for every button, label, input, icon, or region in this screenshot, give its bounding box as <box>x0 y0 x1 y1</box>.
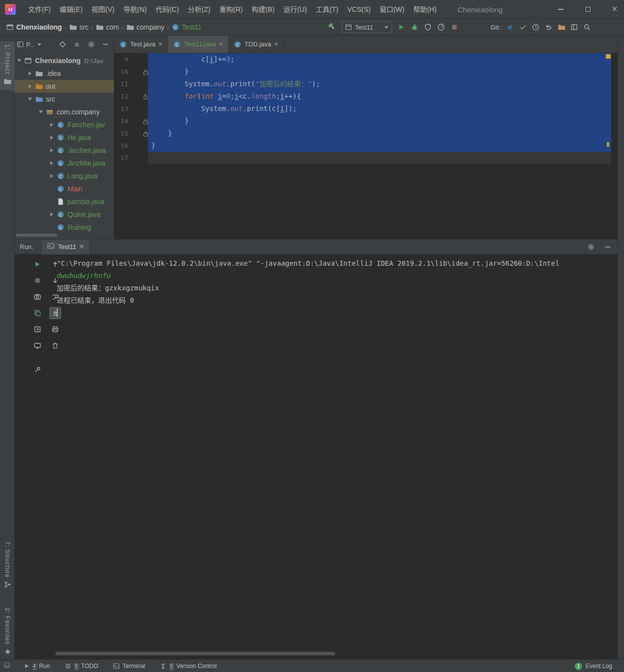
breadcrumb-item-src[interactable]: src <box>69 23 89 31</box>
expand-arrow-icon[interactable] <box>28 84 32 88</box>
tree-item-jinzhita-java[interactable]: CJinzhita.java <box>15 157 114 170</box>
breadcrumb-item-com[interactable]: com <box>96 23 119 31</box>
collapse-all-icon[interactable] <box>73 40 81 48</box>
menu-item[interactable]: 窗口(W) <box>375 0 409 19</box>
tab-close-icon[interactable] <box>158 40 163 48</box>
tree-item-chenxiaolong[interactable]: ChenxiaolongD:\Jav <box>15 54 114 67</box>
code-line-17[interactable]: 17 <box>114 152 618 164</box>
expand-arrow-icon[interactable] <box>50 148 54 152</box>
tree-item-he-java[interactable]: CHe.java <box>15 131 114 144</box>
tree-item-out[interactable]: out <box>15 80 114 93</box>
tab-close-icon[interactable] <box>79 243 84 250</box>
button-monitor-icon[interactable] <box>32 340 43 352</box>
tree-item-jiechen-java[interactable]: CJiechen.java <box>15 144 114 157</box>
expand-arrow-icon[interactable] <box>50 136 54 140</box>
menu-item[interactable]: 文件(F) <box>24 0 55 19</box>
menu-item[interactable]: 编辑(E) <box>55 0 87 19</box>
collapse-arrow-icon[interactable] <box>28 98 32 101</box>
tool-button-project[interactable]: 1: Project <box>0 41 15 90</box>
minimize-button[interactable] <box>552 0 569 19</box>
line-number[interactable]: 15 <box>115 127 128 140</box>
breadcrumb-item-company[interactable]: company <box>126 23 165 31</box>
menu-item[interactable]: 运行(U) <box>279 0 311 19</box>
statusbar-item-terminal[interactable]: Terminal <box>113 663 145 670</box>
breadcrumb-item-chenxiaolong[interactable]: Chenxiaolong <box>6 23 62 31</box>
stop-disabled-icon[interactable] <box>451 23 458 31</box>
menu-item[interactable]: 导航(N) <box>119 0 151 19</box>
console-hscrollbar[interactable] <box>55 652 335 655</box>
tool-button-favorites[interactable]: 2: Favorites <box>0 605 15 660</box>
button-rerun-icon[interactable] <box>32 258 43 270</box>
button-camera-icon[interactable] <box>32 291 43 303</box>
line-number[interactable]: 11 <box>115 78 128 90</box>
rollback-icon[interactable] <box>545 23 553 31</box>
expand-arrow-icon[interactable] <box>28 71 32 75</box>
hide-icon[interactable] <box>604 243 612 251</box>
editor-tab-test-java[interactable]: CTest.java <box>114 35 168 53</box>
line-number[interactable]: 12 <box>115 90 128 103</box>
statusbar-item-6[interactable]: 6: TODO <box>65 663 98 670</box>
line-number[interactable]: 14 <box>115 115 128 127</box>
statusbar-item-4[interactable]: 4: Run <box>24 663 50 670</box>
run-tab-test11[interactable]: Test11 <box>42 240 89 254</box>
button-dump-threads-icon[interactable] <box>32 307 43 319</box>
menu-item[interactable]: 视图(V) <box>87 0 119 19</box>
code-line-14[interactable]: 14 } <box>114 115 618 127</box>
diff-folder-icon[interactable] <box>557 23 565 31</box>
code-line-10[interactable]: 10 } <box>114 66 618 78</box>
code-line-11[interactable]: 11 System.out.print("加密后的结果："); <box>114 78 618 90</box>
project-tree-hscrollbar[interactable] <box>16 234 57 237</box>
tree-item-quine-java[interactable]: CQuine.java <box>15 208 114 221</box>
tree-item-src[interactable]: src <box>15 93 114 106</box>
coverage-icon[interactable] <box>424 23 432 31</box>
hide-icon[interactable] <box>102 40 109 48</box>
editor-tab-test11-java[interactable]: CTest11.java <box>168 35 229 53</box>
line-number[interactable]: 13 <box>115 103 128 115</box>
code-line-16[interactable]: 16} <box>114 140 618 152</box>
expand-arrow-icon[interactable] <box>50 212 54 216</box>
tree-item-patrizio-java[interactable]: patrizio.java <box>15 195 114 208</box>
breadcrumb-item-test11[interactable]: CTest11 <box>172 23 202 31</box>
settings-icon[interactable] <box>587 243 595 251</box>
code-line-9[interactable]: 9 c[i]+=3; <box>114 53 618 66</box>
collapse-arrow-icon[interactable] <box>17 59 21 62</box>
tab-close-icon[interactable] <box>274 40 278 48</box>
tree-item-long-java[interactable]: CLong.java <box>15 170 114 182</box>
line-number[interactable]: 9 <box>115 53 128 66</box>
toolwindow-switcher-icon[interactable] <box>4 662 10 670</box>
button-stop-gray-icon[interactable] <box>32 275 43 286</box>
project-view-label[interactable]: P... <box>26 41 35 48</box>
expand-arrow-icon[interactable] <box>50 174 54 178</box>
run-icon[interactable] <box>397 23 405 31</box>
editor-tab-tdd-java[interactable]: CTDD.java <box>229 35 284 53</box>
line-number[interactable]: 17 <box>115 152 128 164</box>
tree-item-fanzhen-jav[interactable]: CFanzhen.jav <box>15 118 114 131</box>
menu-item[interactable]: VCS(S) <box>343 0 375 19</box>
line-number[interactable]: 10 <box>115 66 128 78</box>
search-icon[interactable] <box>583 23 591 31</box>
console-output[interactable]: "C:\Program Files\Java\jdk-12.0.2\bin\ja… <box>54 257 616 649</box>
settings-icon[interactable] <box>87 40 95 48</box>
close-button[interactable] <box>606 0 623 19</box>
button-pin-icon[interactable] <box>32 364 43 376</box>
tree-item-ruining[interactable]: CRuining <box>15 221 114 234</box>
menu-item[interactable]: 构建(B) <box>247 0 279 19</box>
event-log-button[interactable]: 1 Event Log <box>575 660 612 672</box>
statusbar-item-9[interactable]: 9: Version Control <box>160 663 216 670</box>
code-editor[interactable]: 9 c[i]+=3;10 }11 System.out.print("加密后的结… <box>114 53 618 239</box>
history-icon[interactable] <box>532 23 540 31</box>
expand-arrow-icon[interactable] <box>50 161 54 165</box>
run-config-selector[interactable]: Test11 <box>342 21 392 33</box>
menu-item[interactable]: 代码(C) <box>151 0 183 19</box>
locate-icon[interactable] <box>59 40 67 48</box>
layout-icon[interactable] <box>570 23 578 31</box>
menu-item[interactable]: 工具(T) <box>312 0 343 19</box>
commit-icon[interactable] <box>519 23 527 31</box>
expand-arrow-icon[interactable] <box>50 123 54 127</box>
update-project-icon[interactable] <box>506 23 514 31</box>
menu-item[interactable]: 重构(R) <box>215 0 247 19</box>
line-number[interactable]: 16 <box>115 140 128 152</box>
profiler-icon[interactable] <box>437 23 445 31</box>
code-line-15[interactable]: 15 } <box>114 127 618 140</box>
tool-button-structure[interactable]: 7: Structure <box>0 538 15 593</box>
